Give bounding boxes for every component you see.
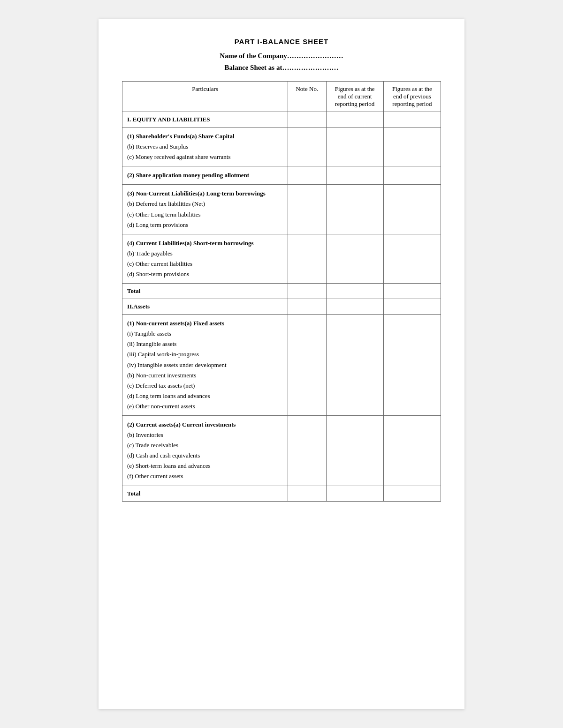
figures-current-cell (326, 315, 383, 416)
table-row: (4) Current Liabilities(a) Short-term bo… (122, 234, 441, 283)
total-note-cell (288, 486, 326, 501)
empty-cell (383, 112, 441, 128)
particulars-cell: (4) Current Liabilities(a) Short-term bo… (122, 234, 288, 283)
note-no-cell (288, 128, 326, 166)
total-previous-cell (383, 284, 441, 299)
figures-previous-cell (383, 234, 441, 283)
note-no-cell (288, 166, 326, 185)
note-no-cell (288, 185, 326, 234)
figures-current-cell (326, 185, 383, 234)
table-row: (2) Share application money pending allo… (122, 166, 441, 185)
table-row: I. EQUITY AND LIABILITIES (122, 112, 441, 128)
total-current-cell (326, 486, 383, 501)
note-no-cell (288, 234, 326, 283)
empty-cell (383, 299, 441, 315)
figures-previous-cell (383, 315, 441, 416)
figures-previous-cell (383, 166, 441, 185)
balance-sheet-table: Particulars Note No. Figures as at the e… (122, 81, 441, 502)
total-previous-cell (383, 486, 441, 501)
header-note-no: Note No. (288, 82, 326, 112)
total-label: Total (122, 284, 288, 299)
empty-cell (288, 112, 326, 128)
table-row: Total (122, 284, 441, 299)
header-particulars: Particulars (122, 82, 288, 112)
particulars-cell: (2) Share application money pending allo… (122, 166, 288, 185)
table-row: Total (122, 486, 441, 501)
figures-current-cell (326, 128, 383, 166)
total-current-cell (326, 284, 383, 299)
note-no-cell (288, 315, 326, 416)
table-row: II.Assets (122, 299, 441, 315)
particulars-cell: (1) Shareholder's Funds(a) Share Capital… (122, 128, 288, 166)
figures-previous-cell (383, 128, 441, 166)
header-figures-previous: Figures as at the end of previous report… (383, 82, 441, 112)
figures-current-cell (326, 234, 383, 283)
table-header-row: Particulars Note No. Figures as at the e… (122, 82, 441, 112)
section-header-label: I. EQUITY AND LIABILITIES (122, 112, 288, 128)
empty-cell (326, 299, 383, 315)
company-name: Name of the Company…………………… (122, 52, 441, 60)
figures-previous-cell (383, 185, 441, 234)
table-row: (1) Non-current assets(a) Fixed assets(i… (122, 315, 441, 416)
particulars-cell: (3) Non-Current Liabilities(a) Long-term… (122, 185, 288, 234)
note-no-cell (288, 415, 326, 486)
page: PART I-BALANCE SHEET Name of the Company… (99, 19, 464, 709)
figures-previous-cell (383, 415, 441, 486)
particulars-cell: (2) Current assets(a) Current investment… (122, 415, 288, 486)
figures-current-cell (326, 166, 383, 185)
particulars-cell: (1) Non-current assets(a) Fixed assets(i… (122, 315, 288, 416)
table-row: (1) Shareholder's Funds(a) Share Capital… (122, 128, 441, 166)
figures-current-cell (326, 415, 383, 486)
empty-cell (326, 112, 383, 128)
total-label: Total (122, 486, 288, 501)
table-row: (2) Current assets(a) Current investment… (122, 415, 441, 486)
total-note-cell (288, 284, 326, 299)
table-row: (3) Non-Current Liabilities(a) Long-term… (122, 185, 441, 234)
header-figures-current: Figures as at the end of current reporti… (326, 82, 383, 112)
section-header-label: II.Assets (122, 299, 288, 315)
balance-sheet-date: Balance Sheet as at…………………… (122, 64, 441, 72)
page-title: PART I-BALANCE SHEET (122, 38, 441, 45)
empty-cell (288, 299, 326, 315)
